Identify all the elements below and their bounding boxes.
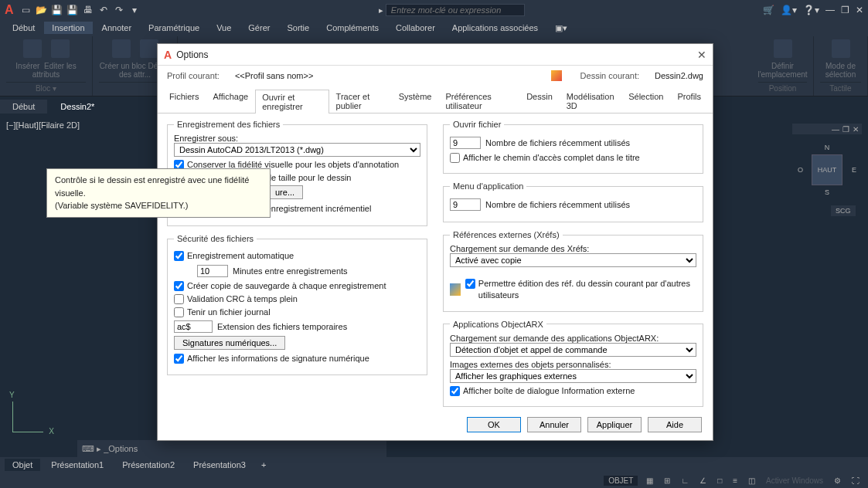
appmenu-recent-input[interactable] bbox=[450, 198, 481, 211]
menu-sortie[interactable]: Sortie bbox=[279, 22, 317, 34]
insert-block-icon[interactable] bbox=[23, 39, 42, 58]
new-icon[interactable]: ▭ bbox=[20, 4, 32, 16]
profile-label: Profil courant: bbox=[167, 71, 220, 80]
touch-mode-icon[interactable] bbox=[832, 39, 850, 58]
tab-dessin[interactable]: Dessin bbox=[519, 89, 560, 113]
xref-load-select[interactable]: Activé avec copie bbox=[450, 253, 696, 267]
help-button[interactable]: Aide bbox=[648, 417, 702, 432]
ucs-icon[interactable]: Y X bbox=[12, 394, 51, 432]
dialog-close-icon[interactable]: ✕ bbox=[697, 49, 706, 61]
nav-minimize-icon[interactable]: — bbox=[832, 125, 839, 134]
menu-collaborer[interactable]: Collaborer bbox=[388, 22, 443, 34]
command-line[interactable]: ⌨ _Options bbox=[77, 440, 386, 457]
cancel-button[interactable]: Annuler bbox=[527, 417, 581, 432]
autosave-minutes-input[interactable] bbox=[197, 265, 228, 277]
layout-tab-pres1[interactable]: Présentation1 bbox=[43, 459, 111, 471]
menu-complements[interactable]: Compléments bbox=[318, 22, 386, 34]
account-icon[interactable]: 👤▾ bbox=[781, 5, 797, 15]
chk-show-sig-info[interactable] bbox=[174, 354, 184, 364]
chk-allow-xref-edit[interactable] bbox=[465, 279, 475, 289]
compass-e[interactable]: E bbox=[852, 166, 856, 174]
status-polar-icon[interactable]: ∠ bbox=[697, 476, 709, 485]
save-as-select[interactable]: Dessin AutoCAD 2013/LT2013 (*.dwg) bbox=[174, 143, 420, 157]
status-fullscreen-icon[interactable]: ⛶ bbox=[849, 476, 862, 485]
status-objet[interactable]: OBJET bbox=[604, 476, 638, 486]
menu-parametrique[interactable]: Paramétrique bbox=[141, 22, 207, 34]
layout-tab-pres2[interactable]: Présentation2 bbox=[114, 459, 182, 471]
temp-ext-input[interactable] bbox=[174, 320, 213, 333]
tab-affichage[interactable]: Affichage bbox=[206, 89, 256, 113]
chk-proxy-dialog[interactable] bbox=[450, 386, 460, 396]
status-snap-icon[interactable]: ⊞ bbox=[662, 476, 672, 485]
layout-tab-add[interactable]: + bbox=[257, 459, 271, 471]
create-block-icon[interactable] bbox=[112, 39, 131, 58]
arx-load-select[interactable]: Détection d'objet et appel de commande bbox=[450, 343, 696, 357]
menu-annoter[interactable]: Annoter bbox=[94, 22, 140, 34]
ok-button[interactable]: OK bbox=[467, 417, 521, 432]
open-icon[interactable]: 📂 bbox=[36, 4, 48, 16]
tab-fichiers[interactable]: Fichiers bbox=[162, 89, 206, 113]
view-cube-face[interactable]: HAUT bbox=[812, 154, 842, 185]
menu-vue[interactable]: Vue bbox=[209, 22, 239, 34]
tab-modelisation-3d[interactable]: Modélisation 3D bbox=[560, 89, 621, 113]
chk-crc-label: Validation CRC à temps plein bbox=[187, 293, 298, 304]
chk-full-path-title[interactable] bbox=[450, 153, 460, 163]
tab-tracer-publier[interactable]: Tracer et publier bbox=[329, 89, 392, 113]
menu-gerer[interactable]: Gérer bbox=[240, 22, 277, 34]
set-location-icon[interactable] bbox=[774, 39, 792, 58]
minimize-icon[interactable]: — bbox=[825, 5, 835, 15]
cart-icon[interactable]: 🛒 bbox=[763, 5, 774, 15]
chk-logfile[interactable] bbox=[174, 307, 184, 317]
menu-apps-associees[interactable]: Applications associées bbox=[444, 22, 546, 34]
view-cube[interactable]: HAUT N S E O bbox=[804, 147, 850, 193]
digital-signatures-button[interactable]: Signatures numériques... bbox=[174, 336, 285, 350]
menu-debut[interactable]: Début bbox=[5, 22, 43, 34]
nav-restore-icon[interactable]: ❐ bbox=[842, 125, 849, 134]
plot-icon[interactable]: 🖶 bbox=[82, 4, 94, 16]
chk-backup-copy[interactable] bbox=[174, 281, 184, 291]
define-attr-icon[interactable] bbox=[140, 39, 158, 58]
ucs-x-label: X bbox=[49, 427, 54, 435]
apply-button[interactable]: Appliquer bbox=[587, 417, 642, 432]
compass-s[interactable]: S bbox=[825, 188, 829, 196]
doc-tab-dessin2[interactable]: Dessin2* bbox=[48, 100, 107, 114]
undo-icon[interactable]: ↶ bbox=[97, 4, 110, 16]
tab-pref-utilisateur[interactable]: Préférences utilisateur bbox=[438, 89, 519, 113]
redo-icon[interactable]: ↷ bbox=[113, 4, 125, 16]
dialog-titlebar[interactable]: A Options ✕ bbox=[158, 44, 713, 66]
status-grid-icon[interactable]: ▦ bbox=[644, 476, 655, 485]
status-lineweight-icon[interactable]: ≡ bbox=[730, 476, 740, 485]
layout-tab-objet[interactable]: Objet bbox=[5, 459, 40, 471]
menu-overflow-icon[interactable]: ▣▾ bbox=[547, 22, 575, 35]
qat-dropdown-icon[interactable]: ▾ bbox=[128, 4, 141, 16]
compass-o[interactable]: O bbox=[798, 166, 803, 174]
status-osnap-icon[interactable]: □ bbox=[715, 476, 724, 485]
close-window-icon[interactable]: ✕ bbox=[856, 5, 863, 15]
doc-tab-debut[interactable]: Début bbox=[0, 100, 47, 114]
compass-n[interactable]: N bbox=[825, 144, 830, 151]
menu-insertion[interactable]: Insertion bbox=[44, 22, 92, 34]
layout-tab-pres3[interactable]: Présentation3 bbox=[186, 459, 254, 471]
search-input[interactable] bbox=[386, 4, 525, 16]
proxy-images-select[interactable]: Afficher les graphiques externes bbox=[450, 369, 696, 383]
tab-profils[interactable]: Profils bbox=[670, 89, 708, 113]
saveas-icon[interactable]: 💾 bbox=[66, 4, 79, 16]
viewport-label[interactable]: [−][Haut][Filaire 2D] bbox=[6, 120, 80, 130]
tab-selection[interactable]: Sélection bbox=[621, 89, 670, 113]
tab-ouvrir-enregistrer[interactable]: Ouvrir et enregistrer bbox=[255, 90, 328, 114]
help-icon[interactable]: ❔▾ bbox=[803, 5, 819, 15]
nav-close-icon[interactable]: ✕ bbox=[853, 125, 859, 134]
chk-crc[interactable] bbox=[174, 294, 184, 304]
status-customize-icon[interactable]: ⚙ bbox=[832, 476, 843, 485]
ucs-badge[interactable]: SCG bbox=[831, 205, 856, 216]
chk-autosave[interactable] bbox=[174, 251, 184, 261]
edit-attributes-icon[interactable] bbox=[51, 39, 70, 58]
thumb-btn[interactable]: ure... bbox=[267, 185, 303, 199]
restore-icon[interactable]: ❐ bbox=[841, 5, 849, 15]
status-ortho-icon[interactable]: ∟ bbox=[679, 476, 691, 485]
ribbon-panel-bloc-title[interactable]: Bloc ▾ bbox=[6, 82, 86, 93]
recent-files-input[interactable] bbox=[450, 137, 481, 149]
tab-systeme[interactable]: Système bbox=[392, 89, 439, 113]
save-icon[interactable]: 💾 bbox=[51, 4, 63, 16]
status-transparency-icon[interactable]: ◫ bbox=[746, 476, 757, 485]
